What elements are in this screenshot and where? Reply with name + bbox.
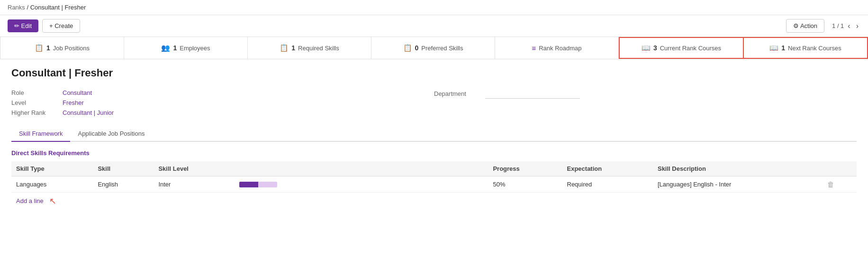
cell-progress-pct: 50% (488, 176, 562, 193)
col-skill-description: Skill Description (653, 161, 823, 176)
higher-rank-label: Higher Rank (11, 109, 59, 116)
cell-skill: English (93, 176, 154, 193)
department-label: Department (434, 90, 481, 97)
required-skills-count: 1 (291, 44, 295, 52)
cell-skill-level: Inter (154, 176, 235, 193)
role-label: Role (11, 89, 59, 96)
next-rank-courses-label: Next Rank Courses (788, 45, 841, 52)
table-row: Languages English Inter 50% Required [La… (11, 176, 857, 193)
stat-tab-job-positions[interactable]: 📋 1 Job Positions (0, 37, 124, 59)
department-row: Department (434, 88, 857, 100)
sub-tab-skill-framework[interactable]: Skill Framework (11, 126, 70, 142)
employees-label: Employees (180, 45, 210, 52)
cell-expectation: Required (562, 176, 653, 193)
col-skill: Skill (93, 161, 154, 176)
delete-icon[interactable]: 🗑 (827, 180, 834, 188)
col-actions (823, 161, 857, 176)
breadcrumb-parent[interactable]: Ranks (8, 4, 25, 11)
breadcrumb-separator: / (27, 4, 30, 11)
next-rank-courses-count: 1 (781, 44, 785, 52)
level-value[interactable]: Fresher (63, 99, 84, 106)
cell-skill-type: Languages (11, 176, 93, 193)
role-value[interactable]: Consultant (63, 89, 92, 96)
required-skills-icon: 📋 (280, 44, 289, 52)
cell-skill-description: [Languages] English - Inter (653, 176, 823, 193)
rank-roadmap-label: Rank Roadmap (539, 45, 581, 52)
level-row: Level Fresher (11, 98, 434, 108)
preferred-skills-count: 0 (415, 44, 419, 52)
higher-rank-value[interactable]: Consultant | Junior (63, 109, 114, 116)
progress-bar-fill (239, 182, 258, 187)
col-divider (235, 161, 488, 176)
col-skill-type: Skill Type (11, 161, 93, 176)
stat-tab-current-rank-courses[interactable]: 📖 3 Current Rank Courses (619, 37, 744, 59)
cell-delete[interactable]: 🗑 (823, 176, 857, 193)
employees-count: 1 (173, 44, 177, 52)
create-button[interactable]: + Create (42, 19, 80, 33)
stat-tab-rank-roadmap[interactable]: ≡ Rank Roadmap (495, 37, 619, 59)
level-label: Level (11, 99, 59, 106)
section-title-direct-skills: Direct Skills Requirements (11, 149, 857, 157)
rank-roadmap-icon: ≡ (532, 44, 536, 52)
role-row: Role Consultant (11, 88, 434, 98)
add-line-button[interactable]: Add a line (11, 195, 48, 207)
main-content: Consultant | Fresher Role Consultant Lev… (0, 59, 868, 217)
toolbar: ✏ Edit + Create ⚙ Action 1 / 1 ‹ › (0, 15, 868, 37)
required-skills-label: Required Skills (298, 45, 339, 52)
pager-text: 1 / 1 (832, 22, 844, 29)
page-title: Consultant | Fresher (11, 67, 857, 79)
next-rank-courses-icon: 📖 (769, 44, 778, 52)
action-button[interactable]: ⚙ Action (786, 19, 824, 33)
col-progress: Progress (488, 161, 562, 176)
edit-button[interactable]: ✏ Edit (8, 19, 38, 32)
current-rank-courses-icon: 📖 (642, 44, 651, 52)
progress-bar-empty (258, 182, 277, 187)
add-line-container: Add a line ↖ (11, 193, 857, 209)
skills-table-header-row: Skill Type Skill Skill Level Progress Ex… (11, 161, 857, 176)
form-grid: Role Consultant Level Fresher Higher Ran… (11, 88, 857, 118)
stat-tab-required-skills[interactable]: 📋 1 Required Skills (248, 37, 371, 59)
preferred-skills-icon: 📋 (403, 44, 412, 52)
job-positions-label: Job Positions (53, 45, 90, 52)
col-expectation: Expectation (562, 161, 653, 176)
job-positions-count: 1 (46, 44, 50, 52)
sub-tab-applicable-job-positions[interactable]: Applicable Job Positions (70, 126, 152, 142)
current-rank-courses-count: 3 (653, 44, 657, 52)
skills-table: Skill Type Skill Skill Level Progress Ex… (11, 161, 857, 193)
sub-tabs: Skill Framework Applicable Job Positions (11, 126, 857, 142)
red-arrow-icon: ↖ (49, 196, 56, 206)
stat-tab-employees[interactable]: 👥 1 Employees (124, 37, 248, 59)
cell-progress-bar (235, 176, 488, 193)
pager: 1 / 1 ‹ › (832, 21, 860, 31)
breadcrumb: Ranks / Consultant | Fresher (0, 0, 868, 15)
col-skill-level: Skill Level (154, 161, 235, 176)
pager-next-button[interactable]: › (854, 21, 860, 31)
employees-icon: 👥 (161, 44, 170, 52)
preferred-skills-label: Preferred Skills (421, 45, 463, 52)
pager-prev-button[interactable]: ‹ (846, 21, 852, 31)
stat-tab-preferred-skills[interactable]: 📋 0 Preferred Skills (371, 37, 495, 59)
breadcrumb-current: Consultant | Fresher (30, 4, 86, 11)
current-rank-courses-label: Current Rank Courses (660, 45, 721, 52)
higher-rank-row: Higher Rank Consultant | Junior (11, 108, 434, 118)
department-input[interactable] (485, 89, 580, 99)
stat-tab-next-rank-courses[interactable]: 📖 1 Next Rank Courses (744, 37, 868, 59)
job-positions-icon: 📋 (35, 44, 44, 52)
stat-tabs: 📋 1 Job Positions 👥 1 Employees 📋 1 Requ… (0, 37, 868, 59)
